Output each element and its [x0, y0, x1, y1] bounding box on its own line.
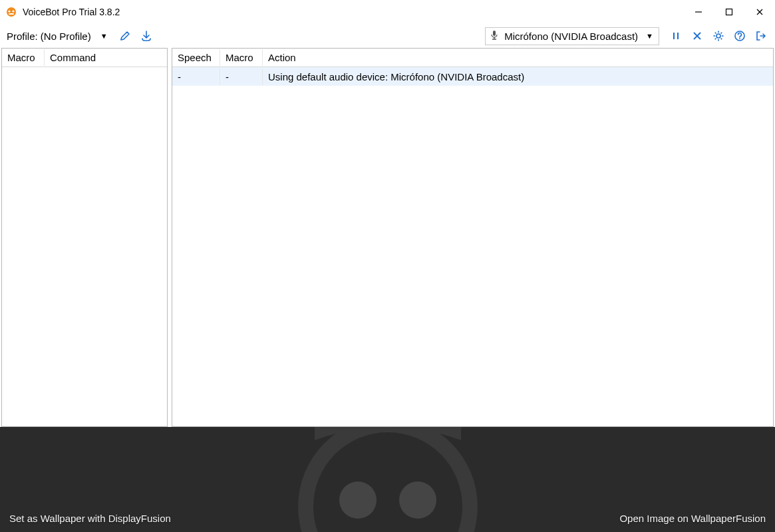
macro-list-body[interactable]	[2, 67, 167, 426]
toolbar: Profile: (No Profile) ▼ Micrófono (NVIDI…	[0, 24, 775, 48]
window-title: VoiceBot Pro Trial 3.8.2	[23, 7, 120, 17]
profile-label: Profile: (No Profile)	[4, 29, 94, 43]
pause-button[interactable]	[666, 26, 686, 46]
svg-rect-5	[493, 31, 496, 36]
log-row[interactable]: --Using default audio device: Micrófono …	[172, 67, 773, 86]
log-header: Speech Macro Action	[172, 49, 773, 67]
log-cell-speech: -	[172, 68, 220, 85]
close-button[interactable]	[744, 0, 775, 24]
svg-rect-4	[726, 9, 732, 15]
download-profile-button[interactable]	[137, 27, 156, 45]
log-cell-action: Using default audio device: Micrófono (N…	[263, 68, 773, 85]
titlebar: VoiceBot Pro Trial 3.8.2	[0, 0, 775, 24]
microphone-label: Micrófono (NVIDIA Broadcast)	[504, 31, 638, 42]
microphone-icon	[490, 30, 499, 43]
open-image-link[interactable]: Open Image on WallpaperFusion	[619, 513, 766, 524]
toolbar-right-tools	[666, 26, 771, 46]
svg-point-6	[716, 34, 720, 38]
log-panel: Speech Macro Action --Using default audi…	[172, 48, 774, 427]
app-icon	[5, 6, 17, 18]
column-header-action[interactable]: Action	[263, 49, 773, 66]
main-content: Macro Command Speech Macro Action --Usin…	[0, 48, 775, 427]
log-cell-macro: -	[220, 68, 263, 85]
svg-rect-3	[9, 13, 14, 15]
settings-button[interactable]	[708, 26, 728, 46]
svg-point-1	[8, 10, 10, 12]
column-header-macro[interactable]: Macro	[220, 49, 263, 66]
macro-list-header: Macro Command	[2, 49, 167, 67]
chevron-down-icon: ▼	[100, 32, 108, 40]
log-body[interactable]: --Using default audio device: Micrófono …	[172, 67, 773, 426]
column-header-macro[interactable]: Macro	[2, 49, 45, 66]
exit-button[interactable]	[751, 26, 771, 46]
clear-log-button[interactable]	[687, 26, 707, 46]
svg-point-0	[7, 7, 16, 17]
minimize-button[interactable]	[683, 0, 714, 24]
microphone-selector[interactable]: Micrófono (NVIDIA Broadcast) ▼	[485, 27, 659, 45]
help-button[interactable]	[730, 26, 750, 46]
wallpaper-banner: Set as Wallpaper with DisplayFusion Open…	[0, 427, 775, 532]
svg-point-8	[739, 38, 740, 39]
column-header-command[interactable]: Command	[45, 49, 167, 66]
edit-profile-button[interactable]	[116, 27, 134, 45]
macro-list-panel: Macro Command	[1, 48, 168, 427]
column-header-speech[interactable]: Speech	[172, 49, 220, 66]
svg-point-2	[12, 10, 14, 12]
chevron-down-icon: ▼	[646, 32, 653, 40]
set-wallpaper-link[interactable]: Set as Wallpaper with DisplayFusion	[9, 513, 171, 524]
profile-selector[interactable]: Profile: (No Profile) ▼	[4, 29, 108, 43]
app-window: VoiceBot Pro Trial 3.8.2 Profile: (No Pr…	[0, 0, 775, 532]
maximize-button[interactable]	[714, 0, 744, 24]
